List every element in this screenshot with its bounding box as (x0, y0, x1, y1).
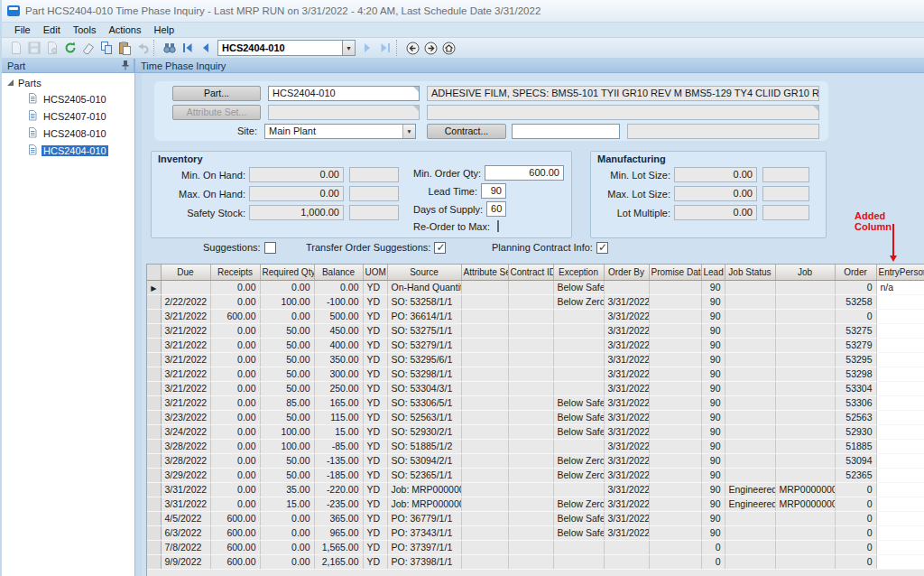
row-selector[interactable]: ▶ (147, 280, 161, 294)
cell-entry_person[interactable] (876, 294, 924, 309)
cell-required_qty[interactable]: 100.00 (260, 424, 314, 439)
cell-contract_id[interactable] (508, 381, 553, 395)
cell-uom[interactable]: YD (363, 280, 387, 294)
cell-balance[interactable]: 165.00 (314, 395, 363, 410)
cell-lead[interactable]: 90 (701, 352, 725, 367)
cell-receipts[interactable]: 0.00 (210, 381, 260, 395)
last-record-icon[interactable] (376, 39, 394, 57)
cell-job_status[interactable] (725, 468, 775, 482)
cell-required_qty[interactable]: 50.00 (260, 381, 314, 395)
table-row[interactable]: 3/31/20220.0035.00-220.00YDJob: MRP00000… (147, 482, 924, 497)
table-row[interactable]: 2/22/20220.00100.00-100.00YDSO: 53258/1/… (147, 294, 924, 309)
cell-contract_id[interactable] (508, 338, 553, 352)
cell-lead[interactable]: 90 (701, 395, 725, 410)
cell-receipts[interactable]: 0.00 (210, 323, 260, 338)
tree-item-HCS2404-010[interactable]: HCS2404-010 (4, 143, 133, 158)
cell-source[interactable]: SO: 52930/2/1 (387, 424, 461, 439)
cell-order[interactable]: 0 (835, 525, 876, 540)
cell-contract_id[interactable] (508, 453, 553, 468)
table-row[interactable]: 3/21/20220.0050.00300.00YDSO: 53298/1/13… (147, 367, 924, 381)
row-selector[interactable] (147, 352, 161, 367)
cell-order[interactable]: 0 (835, 540, 876, 554)
column-header-entry_person[interactable]: EntryPerson▼ (876, 265, 924, 280)
cell-balance[interactable]: 365.00 (314, 511, 363, 525)
cell-source[interactable]: SO: 53258/1/1 (387, 294, 461, 309)
cell-balance[interactable]: 250.00 (314, 381, 363, 395)
cell-contract_id[interactable] (508, 294, 553, 309)
cell-exception[interactable]: Below Safety (553, 424, 604, 439)
cell-required_qty[interactable]: 0.00 (260, 280, 314, 294)
cell-job[interactable] (775, 540, 835, 554)
cell-promise_date[interactable] (649, 497, 701, 511)
cell-uom[interactable]: YD (363, 497, 387, 511)
cell-order[interactable]: 52563 (835, 410, 876, 424)
cell-balance[interactable]: -235.00 (314, 497, 363, 511)
cell-source[interactable]: SO: 51885/1/2 (387, 439, 461, 453)
cell-contract_id[interactable] (508, 497, 553, 511)
cell-receipts[interactable]: 0.00 (210, 482, 260, 497)
cell-lead[interactable]: 90 (701, 280, 725, 294)
row-selector[interactable] (147, 554, 161, 569)
cell-entry_person[interactable] (876, 395, 924, 410)
cell-source[interactable]: PO: 37398/1/1 (387, 554, 461, 569)
table-row[interactable]: 3/21/20220.0085.00165.00YDSO: 53306/5/1B… (147, 395, 924, 410)
cell-order_by[interactable]: 3/31/2022 (604, 410, 649, 424)
cell-required_qty[interactable]: 85.00 (260, 395, 314, 410)
cell-order_by[interactable]: 3/31/2022 (604, 511, 649, 525)
cell-exception[interactable] (553, 352, 604, 367)
cell-source[interactable]: SO: 53298/1/1 (387, 367, 461, 381)
cell-attribute_set[interactable] (461, 453, 508, 468)
cell-order[interactable]: 52365 (835, 468, 876, 482)
cell-due[interactable]: 3/21/2022 (161, 352, 210, 367)
cell-promise_date[interactable] (649, 352, 701, 367)
cell-lead[interactable]: 90 (701, 453, 725, 468)
cell-job[interactable]: MRP0000000014 (775, 482, 835, 497)
tree-item-HCS2407-010[interactable]: HCS2407-010 (4, 108, 133, 124)
pin-icon[interactable] (121, 60, 130, 72)
part-combo-dropdown-icon[interactable]: ▼ (342, 40, 356, 56)
part-button[interactable]: Part... (172, 86, 261, 101)
cell-promise_date[interactable] (649, 309, 701, 323)
cell-balance[interactable]: 300.00 (314, 367, 363, 381)
cell-job_status[interactable] (725, 453, 775, 468)
cell-contract_id[interactable] (508, 367, 553, 381)
cell-order[interactable]: 53258 (835, 294, 876, 309)
cell-uom[interactable]: YD (363, 352, 387, 367)
cell-job_status[interactable] (725, 525, 775, 540)
cell-lead[interactable]: 90 (701, 381, 725, 395)
table-row[interactable]: 4/5/2022600.000.00365.00YDPO: 36779/1/1B… (147, 511, 924, 525)
cell-exception[interactable]: Below Safety (553, 525, 604, 540)
cell-uom[interactable]: YD (363, 482, 387, 497)
site-dropdown-icon[interactable]: ▼ (402, 125, 415, 138)
cell-required_qty[interactable]: 100.00 (260, 439, 314, 453)
cell-balance[interactable]: 15.00 (314, 424, 363, 439)
cell-promise_date[interactable] (649, 482, 701, 497)
cell-lead[interactable]: 90 (701, 294, 725, 309)
cell-contract_id[interactable] (508, 511, 553, 525)
cell-promise_date[interactable] (649, 294, 701, 309)
cell-order[interactable]: 0 (835, 497, 876, 511)
table-row[interactable]: ▶0.000.000.00YDOn-Hand QuantityBelow Saf… (147, 280, 924, 294)
cell-job[interactable] (775, 367, 835, 381)
cell-due[interactable]: 3/28/2022 (161, 439, 210, 453)
cell-order_by[interactable]: 3/31/2022 (604, 468, 649, 482)
cell-job_status[interactable] (725, 395, 775, 410)
cell-lead[interactable]: 90 (701, 410, 725, 424)
cell-job[interactable] (775, 381, 835, 395)
part-number-field[interactable]: HCS2404-010 (268, 86, 420, 101)
next-record-icon[interactable] (358, 39, 376, 57)
cell-due[interactable]: 3/24/2022 (161, 424, 210, 439)
cell-attribute_set[interactable] (461, 511, 508, 525)
table-row[interactable]: 3/23/20220.0050.00115.00YDSO: 52563/1/1B… (147, 410, 924, 424)
column-header-order[interactable]: Order (835, 265, 876, 280)
cell-balance[interactable]: -185.00 (314, 468, 363, 482)
cell-receipts[interactable]: 0.00 (210, 352, 260, 367)
cell-job[interactable] (775, 511, 835, 525)
cell-entry_person[interactable] (876, 381, 924, 395)
cell-required_qty[interactable]: 50.00 (260, 352, 314, 367)
cell-receipts[interactable]: 0.00 (210, 453, 260, 468)
cell-uom[interactable]: YD (363, 525, 387, 540)
column-header-exception[interactable]: Exception (553, 265, 604, 280)
cell-order[interactable]: 0 (835, 554, 876, 569)
filter-icon[interactable]: ▼ (919, 268, 924, 274)
